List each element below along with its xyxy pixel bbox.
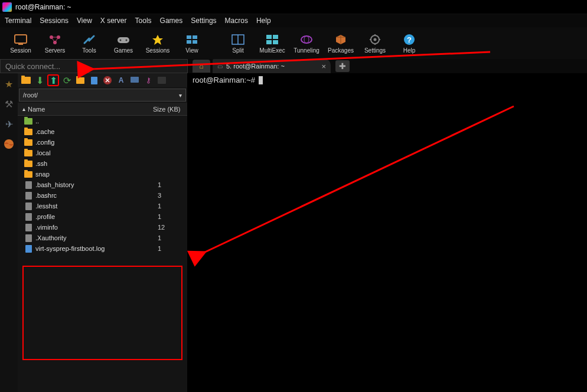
menu-macros[interactable]: Macros: [225, 17, 248, 25]
file-row[interactable]: .profile1: [18, 211, 187, 222]
app-icon: [2, 2, 12, 12]
file-size: 12: [158, 224, 187, 231]
text-icon[interactable]: A: [115, 74, 127, 86]
toolbar-tunneling[interactable]: Tunneling: [289, 28, 324, 58]
menu-xserver[interactable]: X server: [100, 17, 127, 25]
tools-sidebar-icon[interactable]: ⚒: [3, 98, 15, 110]
add-tab-button[interactable]: ✚: [335, 60, 350, 72]
file-name: .viminfo: [35, 224, 158, 231]
monitor-icon[interactable]: [129, 74, 141, 86]
menu-sessions[interactable]: Sessions: [40, 17, 69, 25]
toolbar-view[interactable]: View: [175, 28, 209, 58]
new-file-icon[interactable]: [88, 74, 100, 86]
quick-connect-input[interactable]: Quick connect...: [0, 59, 188, 73]
file-row[interactable]: .local: [18, 148, 187, 158]
globe-icon[interactable]: [3, 138, 15, 150]
menu-settings[interactable]: Settings: [191, 17, 216, 25]
menu-help[interactable]: Help: [256, 17, 271, 25]
svg-text:?: ?: [407, 35, 412, 44]
sftp-folder-button[interactable]: [20, 74, 32, 86]
file-row[interactable]: .Xauthority1: [18, 233, 187, 243]
toolbar-multiexec[interactable]: MultiExec: [255, 28, 289, 58]
file-name: virt-sysprep-firstboot.log: [35, 245, 158, 252]
file-size: 3: [158, 192, 187, 199]
file-name: snap: [35, 171, 158, 178]
folder-icon: [24, 149, 33, 157]
file-size: 1: [158, 234, 187, 241]
toolbar-games[interactable]: Games: [106, 28, 141, 58]
toolbar-servers[interactable]: Servers: [38, 28, 72, 58]
svg-rect-8: [187, 35, 191, 39]
toolbar-sessions[interactable]: Sessions: [141, 28, 175, 58]
file-size: 1: [158, 213, 187, 220]
terminal-prompt-line: root@Rainman:~#: [193, 76, 582, 84]
menubar: Terminal Sessions View X server Tools Ga…: [0, 14, 587, 27]
toolbar-packages[interactable]: Packages: [324, 28, 358, 58]
refresh-icon[interactable]: ⟳: [61, 74, 73, 86]
terminal-small-icon[interactable]: [156, 74, 168, 86]
titlebar: root@Rainman: ~: [0, 0, 587, 14]
file-row[interactable]: ..: [18, 116, 187, 126]
file-row[interactable]: .ssh: [18, 158, 187, 169]
svg-rect-9: [193, 35, 197, 39]
folder-icon: [24, 170, 33, 178]
file-size: 1: [158, 245, 187, 252]
folder-icon: [24, 138, 33, 146]
file-row[interactable]: virt-sysprep-firstboot.log1: [18, 243, 187, 254]
star-icon[interactable]: ★: [3, 78, 15, 90]
svg-rect-14: [266, 35, 272, 39]
column-name[interactable]: ▴Name: [18, 106, 153, 113]
file-row[interactable]: .config: [18, 137, 187, 148]
download-icon[interactable]: ⬇: [34, 74, 45, 86]
toolbar-settings[interactable]: Settings: [358, 28, 392, 58]
path-text: /root/: [23, 92, 38, 99]
file-row[interactable]: .bash_history1: [18, 179, 187, 190]
tab-close-button[interactable]: ×: [321, 62, 326, 71]
svg-rect-1: [18, 44, 23, 45]
svg-point-19: [304, 36, 309, 43]
toolbar-split[interactable]: Split: [221, 28, 255, 58]
delete-icon[interactable]: [102, 74, 113, 86]
send-icon[interactable]: ✈: [3, 118, 15, 130]
file-row[interactable]: snap: [18, 169, 187, 179]
file-icon: [24, 244, 33, 253]
file-name: .Xauthority: [35, 234, 158, 241]
toolbar-session[interactable]: Session: [4, 28, 38, 58]
home-tab[interactable]: ⌂: [193, 60, 210, 73]
file-name: .cache: [35, 128, 158, 135]
terminal-pane[interactable]: root@Rainman:~#: [188, 73, 587, 392]
file-icon: [24, 213, 33, 221]
file-row[interactable]: .cache: [18, 126, 187, 137]
window-title: root@Rainman: ~: [15, 3, 71, 11]
tab-terminal[interactable]: ▭ 5. root@Rainman: ~ ×: [213, 59, 331, 73]
file-name: .ssh: [35, 160, 158, 167]
file-row[interactable]: .viminfo12: [18, 222, 187, 233]
folder-icon: [24, 128, 33, 136]
sftp-path-input[interactable]: /root/ ▾: [19, 89, 186, 102]
menu-terminal[interactable]: Terminal: [5, 17, 31, 25]
svg-rect-17: [273, 40, 278, 44]
menu-games[interactable]: Games: [160, 17, 183, 25]
toolbar-tools[interactable]: Tools: [72, 28, 106, 58]
file-icon: [24, 191, 33, 200]
svg-rect-0: [15, 35, 27, 43]
annotation-red-box: [22, 266, 182, 360]
file-list: ...cache.config.local.sshsnap.bash_histo…: [18, 116, 187, 254]
file-row[interactable]: .lesshst1: [18, 201, 187, 211]
svg-rect-10: [187, 40, 191, 44]
svg-rect-27: [158, 77, 166, 84]
menu-view[interactable]: View: [77, 17, 92, 25]
column-size[interactable]: Size (KB): [153, 106, 187, 113]
key-icon[interactable]: ⚷: [142, 74, 154, 86]
toolbar-help[interactable]: ?Help: [392, 28, 426, 58]
file-name: .bashrc: [35, 192, 158, 199]
sftp-panel: ⬇ ⬆ ⟳ A ⚷ /root/ ▾ ▴Name Size (KB) ...ca…: [18, 73, 188, 392]
upload-icon: ⬆: [50, 75, 57, 86]
upload-button[interactable]: ⬆: [47, 74, 59, 86]
menu-tools[interactable]: Tools: [135, 17, 152, 25]
file-name: .config: [35, 139, 158, 146]
file-size: 1: [158, 181, 187, 188]
file-row[interactable]: .bashrc3: [18, 190, 187, 201]
new-folder-icon[interactable]: [74, 74, 86, 86]
file-name: ..: [35, 117, 158, 125]
